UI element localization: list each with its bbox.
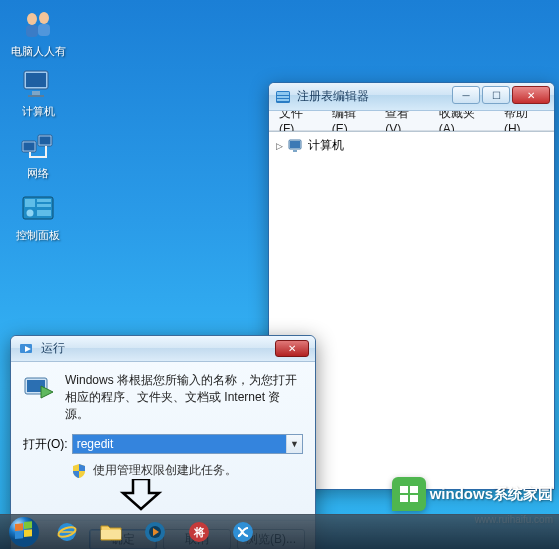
taskbar-explorer-icon[interactable] xyxy=(90,517,132,547)
svg-rect-7 xyxy=(28,95,44,97)
svg-rect-31 xyxy=(410,495,418,502)
desktop-icon-controlpanel[interactable]: 控制面板 xyxy=(8,188,68,243)
svg-rect-19 xyxy=(277,92,289,95)
desktop-icon-label: 控制面板 xyxy=(16,228,60,243)
run-title-text: 运行 xyxy=(41,340,65,357)
minimize-button[interactable]: ─ xyxy=(452,86,480,104)
annotation-arrow-icon xyxy=(119,479,163,511)
svg-point-2 xyxy=(39,12,49,24)
uac-shield-icon xyxy=(71,463,87,479)
svg-text:将: 将 xyxy=(193,526,205,538)
desktop-icon-people[interactable]: 电脑人人有 xyxy=(8,4,68,59)
taskbar: 将 xyxy=(0,514,559,549)
svg-rect-9 xyxy=(24,143,35,151)
taskbar-ie-icon[interactable] xyxy=(46,517,88,547)
taskbar-mediaplayer-icon[interactable] xyxy=(134,517,176,547)
watermark: windows系统家园 www.ruihaifu.com xyxy=(392,477,553,511)
tree-node-computer[interactable]: ▷ 计算机 xyxy=(273,136,550,155)
run-description: Windows 将根据您所输入的名称，为您打开相应的程序、文件夹、文档或 Int… xyxy=(65,372,303,422)
combobox-dropdown-icon[interactable]: ▼ xyxy=(286,435,302,453)
network-icon xyxy=(19,126,57,164)
svg-point-16 xyxy=(27,210,34,217)
taskbar-app-red-icon[interactable]: 将 xyxy=(178,517,220,547)
svg-point-0 xyxy=(27,13,37,25)
desktop-icon-label: 电脑人人有 xyxy=(11,44,66,59)
watermark-logo-icon xyxy=(392,477,426,511)
maximize-button[interactable]: ☐ xyxy=(482,86,510,104)
svg-rect-21 xyxy=(277,99,289,101)
close-button[interactable]: ✕ xyxy=(512,86,550,104)
computer-tree-icon xyxy=(288,139,304,153)
svg-rect-11 xyxy=(40,137,51,145)
svg-rect-14 xyxy=(37,199,51,202)
svg-rect-33 xyxy=(15,523,23,531)
computer-icon xyxy=(19,64,57,102)
svg-rect-5 xyxy=(26,73,46,87)
watermark-text: windows系统家园 xyxy=(430,485,553,504)
tree-expand-icon[interactable]: ▷ xyxy=(275,141,284,150)
start-button[interactable] xyxy=(4,516,44,548)
svg-rect-23 xyxy=(290,141,300,148)
run-close-button[interactable]: ✕ xyxy=(275,340,309,357)
run-open-label: 打开(O): xyxy=(23,436,68,453)
desktop-icon-label: 网络 xyxy=(27,166,49,181)
people-icon xyxy=(19,4,57,42)
taskbar-app-blue-icon[interactable] xyxy=(222,517,264,547)
desktop-icon-computer[interactable]: 计算机 xyxy=(8,64,68,119)
svg-rect-28 xyxy=(400,486,408,493)
svg-rect-13 xyxy=(25,199,35,207)
tree-node-label: 计算机 xyxy=(308,137,344,154)
run-app-icon xyxy=(23,372,55,404)
run-combobox[interactable]: regedit ▼ xyxy=(72,434,303,454)
svg-rect-39 xyxy=(101,530,121,539)
svg-rect-36 xyxy=(24,529,32,537)
controlpanel-icon xyxy=(19,188,57,226)
uac-text: 使用管理权限创建此任务。 xyxy=(93,462,237,479)
regedit-titlebar[interactable]: 注册表编辑器 ─ ☐ ✕ xyxy=(269,83,554,111)
run-titlebar[interactable]: 运行 ✕ xyxy=(11,336,315,362)
svg-rect-1 xyxy=(26,25,38,37)
svg-rect-20 xyxy=(277,96,289,98)
svg-rect-35 xyxy=(15,531,23,539)
svg-rect-30 xyxy=(400,495,408,502)
svg-rect-29 xyxy=(410,486,418,493)
svg-rect-34 xyxy=(24,521,32,529)
regedit-title: 注册表编辑器 xyxy=(297,88,369,105)
run-title-icon xyxy=(19,341,35,357)
svg-rect-6 xyxy=(32,91,40,95)
regedit-icon xyxy=(275,89,291,105)
regedit-menubar: 文件(F) 编辑(E) 查看(V) 收藏夹(A) 帮助(H) xyxy=(269,111,554,131)
desktop-icon-network[interactable]: 网络 xyxy=(8,126,68,181)
svg-rect-24 xyxy=(293,150,297,152)
run-input[interactable]: regedit xyxy=(73,435,286,453)
svg-rect-17 xyxy=(37,210,51,216)
svg-rect-3 xyxy=(38,24,50,36)
svg-rect-15 xyxy=(37,204,51,207)
desktop-icon-label: 计算机 xyxy=(22,104,55,119)
